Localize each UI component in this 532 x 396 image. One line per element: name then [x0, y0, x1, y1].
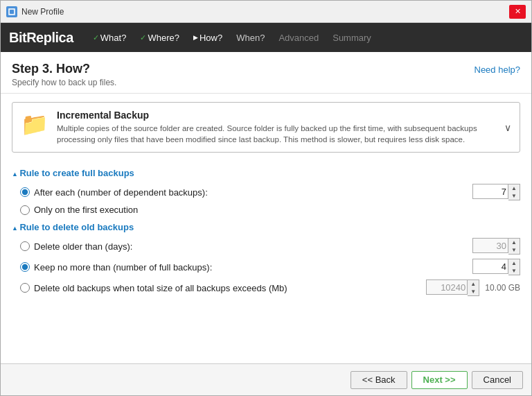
rule-delete-header[interactable]: Rule to delete old backups — [12, 222, 520, 232]
step-info: Step 3. How? Specify how to back up file… — [12, 62, 116, 87]
delete-older-increment[interactable]: ▲ — [508, 239, 520, 246]
nav-item-summary[interactable]: Summary — [327, 30, 377, 46]
delete-total-size-increment[interactable]: ▲ — [468, 280, 479, 288]
delete-total-size-input[interactable]: 10240 — [426, 279, 468, 295]
need-help-link[interactable]: Need help? — [475, 64, 521, 75]
scrollable-content: Rule to create full backups After each (… — [1, 161, 531, 363]
after-each-row: After each (number of dependent backups)… — [20, 184, 520, 200]
content-area: Step 3. How? Specify how to back up file… — [1, 52, 531, 395]
delete-older-spinner-buttons: ▲ ▼ — [508, 238, 520, 255]
delete-total-size-extra: 10.00 GB — [485, 283, 520, 293]
brand-logo: BitReplica — [9, 30, 73, 46]
delete-older-spinner: 30 ▲ ▼ — [472, 238, 520, 255]
nav-items: What? Where? How? When? Advanced Summary — [87, 30, 377, 46]
cancel-button[interactable]: Cancel — [472, 371, 523, 389]
next-button[interactable]: Next >> — [411, 371, 468, 389]
delete-older-decrement[interactable]: ▼ — [508, 246, 520, 254]
nav-item-what[interactable]: What? — [87, 30, 132, 46]
after-each-spinner: 7 ▲ ▼ — [472, 184, 520, 200]
delete-total-size-spinner-buttons: ▲ ▼ — [468, 279, 479, 296]
delete-total-size-decrement[interactable]: ▼ — [468, 288, 479, 295]
nav-item-where[interactable]: Where? — [134, 30, 185, 46]
delete-total-size-radio[interactable] — [20, 283, 30, 293]
backup-type-selector[interactable]: 📁 Incremental Backup Multiple copies of … — [12, 102, 520, 153]
main-window: New Profile ✕ BitReplica What? Where? Ho… — [0, 0, 532, 396]
backup-type-text: Incremental Backup Multiple copies of th… — [57, 110, 493, 145]
backup-type-chevron: ∨ — [504, 122, 511, 133]
delete-older-row: Delete older than (days): 30 ▲ ▼ — [20, 238, 520, 255]
backup-type-title: Incremental Backup — [57, 110, 493, 121]
bottom-spacer — [12, 300, 520, 309]
step-subtitle: Specify how to back up files. — [12, 78, 116, 87]
keep-no-more-spinner: 4 ▲ ▼ — [472, 259, 520, 275]
after-each-label[interactable]: After each (number of dependent backups)… — [20, 187, 208, 198]
keep-no-more-spinner-buttons: ▲ ▼ — [508, 259, 520, 275]
after-each-spinner-buttons: ▲ ▼ — [508, 184, 520, 200]
nav-item-how[interactable]: How? — [188, 30, 228, 46]
keep-no-more-text: Keep no more than (number of full backup… — [34, 262, 212, 273]
after-each-radio[interactable] — [20, 187, 30, 197]
keep-no-more-label[interactable]: Keep no more than (number of full backup… — [20, 262, 212, 273]
first-execution-text: Only on the first execution — [34, 205, 138, 215]
nav-item-when[interactable]: When? — [231, 30, 270, 46]
delete-total-size-label[interactable]: Delete old backups when total size of al… — [20, 283, 287, 293]
delete-total-size-text: Delete old backups when total size of al… — [34, 283, 287, 293]
keep-no-more-decrement[interactable]: ▼ — [508, 267, 520, 275]
delete-older-radio[interactable] — [20, 241, 30, 251]
app-icon — [6, 6, 17, 17]
back-button[interactable]: << Back — [351, 371, 407, 389]
after-each-text: After each (number of dependent backups)… — [34, 187, 208, 198]
keep-no-more-row: Keep no more than (number of full backup… — [20, 259, 520, 275]
content-header: Step 3. How? Specify how to back up file… — [1, 52, 531, 94]
first-execution-label[interactable]: Only on the first execution — [20, 205, 138, 215]
backup-type-icon: 📁 — [21, 111, 48, 137]
first-execution-row: Only on the first execution — [20, 205, 520, 215]
step-title: Step 3. How? — [12, 62, 116, 76]
after-each-decrement[interactable]: ▼ — [508, 192, 520, 200]
keep-no-more-increment[interactable]: ▲ — [508, 259, 520, 267]
backup-type-description: Multiple copies of the source folder are… — [57, 123, 493, 145]
delete-total-size-spinner: 10240 ▲ ▼ — [426, 279, 479, 296]
titlebar: New Profile ✕ — [1, 1, 531, 23]
keep-no-more-radio[interactable] — [20, 262, 30, 272]
close-button[interactable]: ✕ — [509, 5, 526, 19]
nav-item-advanced[interactable]: Advanced — [273, 30, 324, 46]
keep-no-more-input[interactable]: 4 — [472, 259, 508, 274]
delete-older-text: Delete older than (days): — [34, 241, 132, 252]
brand-replica: Replica — [26, 30, 73, 45]
footer: << Back Next >> Cancel — [1, 363, 531, 395]
brand-bit: Bit — [9, 30, 26, 45]
delete-older-label[interactable]: Delete older than (days): — [20, 241, 132, 252]
svg-rect-1 — [10, 10, 14, 14]
after-each-increment[interactable]: ▲ — [508, 184, 520, 192]
navbar: BitReplica What? Where? How? When? Advan… — [1, 23, 531, 52]
first-execution-radio[interactable] — [20, 205, 30, 215]
delete-older-input[interactable]: 30 — [472, 238, 508, 253]
rule-full-header[interactable]: Rule to create full backups — [12, 168, 520, 178]
window-title: New Profile — [21, 7, 509, 17]
after-each-input[interactable]: 7 — [472, 184, 508, 199]
delete-total-size-row: Delete old backups when total size of al… — [20, 279, 520, 296]
